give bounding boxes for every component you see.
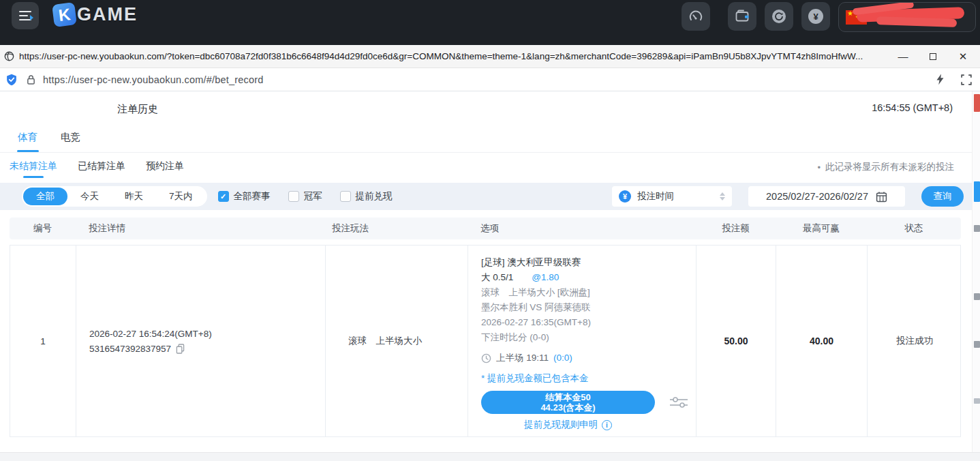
cell-bet-detail: 2026-02-27 16:54:24(GMT+8) 5316547392837… bbox=[76, 246, 326, 436]
app-topbar: K GAME bbox=[0, 0, 980, 45]
sliders-icon[interactable] bbox=[669, 395, 689, 410]
record-subtabs: 未结算注单 已结算注单 预约注单 • 此记录将显示所有未派彩的投注 bbox=[0, 153, 972, 180]
col-header-detail: 投注详情 bbox=[76, 222, 325, 235]
cashout-button-row: 结算本金50 44.23(含本金) bbox=[481, 391, 696, 414]
address-url[interactable]: https://user-pc-new.youbaokun.com/#/bet_… bbox=[43, 74, 264, 85]
tab-esports[interactable]: 电竞 bbox=[61, 123, 80, 152]
date-range-input[interactable]: 2025/02/27-2026/02/27 bbox=[748, 186, 905, 207]
filter-checkboxes: ✓ 全部赛事 冠军 提前兑现 bbox=[218, 190, 393, 203]
currency-exchange-button[interactable]: ¥ bbox=[801, 2, 830, 31]
checkbox-unchecked-icon bbox=[288, 191, 299, 202]
copy-icon[interactable] bbox=[176, 344, 185, 354]
sliver-fragment bbox=[974, 293, 980, 300]
topbar-actions: ¥ ★ ★ ★ bbox=[682, 2, 976, 32]
cell-play-type: 滚球 上半场大小 bbox=[326, 246, 468, 436]
redacted-user-info bbox=[876, 16, 957, 27]
page-title: 注单历史 bbox=[117, 103, 158, 116]
screen: K GAME bbox=[0, 0, 980, 461]
live-period: 上半场 19:11 bbox=[496, 351, 549, 365]
date-range-value: 2025/02/27-2026/02/27 bbox=[766, 191, 868, 202]
option-match: 墨尔本胜利 VS 阿德莱德联 bbox=[481, 300, 696, 315]
page-clock: 16:54:55 (GMT+8) bbox=[872, 102, 953, 113]
cashout-button-line2: 44.23(含本金) bbox=[540, 402, 595, 413]
sliver-fragment bbox=[974, 398, 980, 404]
subtab-unsettled[interactable]: 未结算注单 bbox=[10, 153, 57, 180]
fullscreen-icon[interactable] bbox=[961, 74, 972, 85]
col-header-no: 编号 bbox=[10, 222, 76, 235]
checkbox-label: 全部赛事 bbox=[234, 190, 271, 203]
filter-all[interactable]: 全部 bbox=[23, 188, 67, 205]
option-league: [足球] 澳大利亚甲级联赛 bbox=[481, 255, 696, 270]
redacted-user-info bbox=[857, 7, 964, 23]
menu-button[interactable] bbox=[12, 2, 39, 29]
network-gauge-button[interactable] bbox=[682, 2, 710, 31]
bet-time-select[interactable]: ¥ 投注时间 bbox=[612, 186, 732, 207]
yuan-badge-icon: ¥ bbox=[619, 190, 631, 203]
cashout-note: * 提前兑现金额已包含本金 bbox=[481, 372, 696, 385]
live-status-line: 上半场 19:11 (0:0) bbox=[481, 351, 696, 365]
checkbox-champion[interactable]: 冠军 bbox=[288, 190, 322, 203]
option-odds: @1.80 bbox=[532, 272, 559, 282]
checkbox-unchecked-icon bbox=[340, 191, 351, 202]
close-button[interactable]: ✕ bbox=[958, 52, 968, 61]
hamburger-icon bbox=[19, 11, 31, 12]
collapse-arrow-icon bbox=[30, 15, 33, 20]
date-quick-filters: 全部 今天 昨天 7天内 bbox=[22, 186, 207, 207]
search-button[interactable]: 查询 bbox=[921, 186, 964, 207]
checkbox-all-events[interactable]: ✓ 全部赛事 bbox=[218, 190, 271, 203]
tab-sports[interactable]: 体育 bbox=[18, 123, 37, 152]
cashout-rules-link[interactable]: 提前兑现规则申明 i bbox=[481, 419, 655, 431]
right-edge-sliver bbox=[972, 91, 980, 453]
sort-carets-icon bbox=[720, 192, 725, 200]
cell-row-number: 1 bbox=[10, 246, 76, 436]
refresh-icon bbox=[771, 8, 787, 25]
subtab-reserved[interactable]: 预约注单 bbox=[146, 153, 184, 180]
bet-id: 5316547392837957 bbox=[89, 344, 171, 354]
filter-bar: 全部 今天 昨天 7天内 ✓ 全部赛事 冠军 提前兑现 bbox=[0, 183, 972, 210]
address-bar-actions bbox=[936, 74, 972, 85]
record-note-text: 此记录将显示所有未派彩的投注 bbox=[825, 161, 954, 173]
cashout-rules-text: 提前兑现规则申明 bbox=[524, 419, 598, 431]
table-row: 1 2026-02-27 16:54:24(GMT+8) 53165473928… bbox=[10, 245, 961, 437]
option-market: 滚球 上半场大小 [欧洲盘] bbox=[481, 285, 696, 300]
cell-max-win: 40.00 bbox=[776, 246, 868, 436]
calendar-icon bbox=[876, 191, 887, 203]
page-header: 注单历史 16:54:55 (GMT+8) bbox=[0, 91, 972, 123]
window-title-url: https://user-pc-new.youbaokun.com/?token… bbox=[19, 51, 885, 61]
window-titlebar: https://user-pc-new.youbaokun.com/?token… bbox=[0, 45, 980, 68]
sliver-fragment bbox=[974, 181, 980, 202]
table-header-row: 编号 投注详情 投注玩法 选项 投注额 最高可赢 状态 bbox=[10, 218, 961, 239]
logo-text: GAME bbox=[77, 4, 138, 25]
sliver-fragment bbox=[974, 225, 980, 232]
security-shield-icon[interactable] bbox=[5, 74, 18, 86]
option-pick-line: 大 0.5/1@1.80 bbox=[481, 270, 696, 285]
col-header-maxwin: 最高可赢 bbox=[776, 222, 867, 235]
checkbox-cashout[interactable]: 提前兑现 bbox=[340, 190, 393, 203]
col-header-amount: 投注额 bbox=[696, 222, 776, 235]
refresh-button[interactable] bbox=[765, 2, 793, 31]
window-controls: — ✕ bbox=[898, 52, 968, 61]
filter-yesterday[interactable]: 昨天 bbox=[112, 188, 156, 205]
filter-today[interactable]: 今天 bbox=[67, 188, 112, 205]
maximize-button[interactable] bbox=[928, 52, 938, 61]
cashout-button-line1: 结算本金50 bbox=[545, 392, 590, 402]
wallet-icon bbox=[734, 8, 750, 25]
wallet-button[interactable] bbox=[728, 2, 756, 31]
cell-options: [足球] 澳大利亚甲级联赛 大 0.5/1@1.80 滚球 上半场大小 [欧洲盘… bbox=[468, 246, 696, 436]
china-flag-icon: ★ ★ ★ bbox=[846, 10, 867, 25]
bet-id-line: 5316547392837957 bbox=[89, 344, 325, 354]
cell-bet-amount: 50.00 bbox=[696, 246, 776, 436]
user-account-chip[interactable]: ★ ★ ★ bbox=[838, 2, 976, 32]
col-header-status: 状态 bbox=[867, 222, 961, 235]
minimize-button[interactable]: — bbox=[898, 52, 908, 61]
sliver-fragment bbox=[974, 341, 980, 348]
checkbox-checked-icon: ✓ bbox=[218, 191, 229, 202]
filter-7days[interactable]: 7天内 bbox=[156, 188, 206, 205]
col-header-play: 投注玩法 bbox=[325, 222, 468, 235]
option-score-at-bet: 下注时比分 (0-0) bbox=[481, 330, 696, 345]
lightning-icon[interactable] bbox=[936, 74, 945, 85]
clock-icon bbox=[481, 353, 491, 363]
info-icon: i bbox=[602, 420, 612, 430]
cashout-button[interactable]: 结算本金50 44.23(含本金) bbox=[481, 391, 655, 414]
subtab-settled[interactable]: 已结算注单 bbox=[78, 153, 125, 180]
